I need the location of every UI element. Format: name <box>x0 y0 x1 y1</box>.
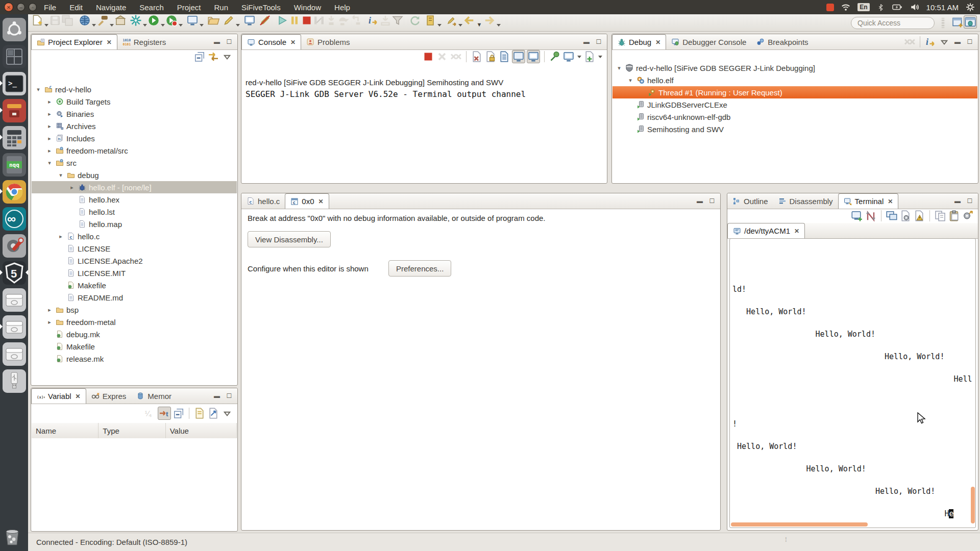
window-close-button[interactable]: ✕ <box>4 3 13 12</box>
launcher-disk[interactable] <box>3 315 26 339</box>
resume-button[interactable] <box>276 14 288 27</box>
sstar-button[interactable] <box>130 14 142 27</box>
menu-edit[interactable]: Edit <box>69 3 83 12</box>
column-header-type[interactable]: Type <box>99 423 165 438</box>
tree-item-license[interactable]: LICENSE <box>32 242 237 255</box>
pencil-button[interactable] <box>223 14 235 27</box>
tree-item-debug[interactable]: ▾debug <box>32 169 237 181</box>
tree-item-makefile[interactable]: Makefile <box>32 279 237 291</box>
debug-perspective-button[interactable] <box>964 15 977 29</box>
tree-item-red-v-hello[interactable]: ▾Cred-v-hello <box>32 83 237 95</box>
tree-item-debug-mk[interactable]: debug.mk <box>32 328 237 340</box>
tree-item-hello-map[interactable]: hello.map <box>32 218 237 230</box>
expand-arrow-icon[interactable]: ▸ <box>57 233 64 240</box>
pageblue-button[interactable] <box>498 51 510 63</box>
close-icon[interactable]: ✕ <box>318 198 324 205</box>
tree-item-hello-elf-none-le[interactable]: ▸hello.elf - [none/le] <box>32 181 237 193</box>
launcher-disk[interactable] <box>3 288 26 312</box>
console-output-text[interactable]: SEGGER J-Link GDB Server V6.52e - Termin… <box>246 89 526 99</box>
clock[interactable]: 10:51 AM <box>926 3 959 12</box>
showcols-button[interactable]: t <box>158 407 171 420</box>
tree-item-hello-c[interactable]: ▸chello.c <box>32 230 237 242</box>
tree-item-archives[interactable]: ▸Archives <box>32 120 237 132</box>
xxgrey-button[interactable] <box>450 51 462 63</box>
quick-access-input[interactable] <box>851 17 935 29</box>
tree-item-release-mk[interactable]: release.mk <box>32 353 237 365</box>
copyic-button[interactable] <box>934 210 946 222</box>
close-icon[interactable]: ✕ <box>888 198 893 205</box>
collapse-arrow-icon[interactable]: ▾ <box>616 65 623 71</box>
launcher-freedom-studio[interactable]: 5 <box>3 261 26 285</box>
launcher-usb-drive[interactable] <box>3 369 26 393</box>
minimize-view-icon[interactable]: ▬ <box>212 37 222 47</box>
expand-arrow-icon[interactable]: ▸ <box>46 123 53 130</box>
maximize-view-icon[interactable]: ☐ <box>965 37 975 47</box>
keyboard-layout-indicator[interactable]: En <box>857 3 869 11</box>
minimize-view-icon[interactable]: ▬ <box>581 37 592 47</box>
consoleic-button[interactable] <box>512 50 525 63</box>
openterm-button[interactable] <box>851 210 863 222</box>
menu-window[interactable]: Window <box>294 3 321 12</box>
maximize-view-icon[interactable]: ☐ <box>707 196 717 206</box>
monitor-button[interactable] <box>562 51 575 63</box>
tree-item-license-apache2[interactable]: LICENSE.Apache2 <box>32 255 237 267</box>
launcher-disk[interactable] <box>3 342 26 366</box>
stepr-button[interactable] <box>350 14 362 27</box>
launcher-trash[interactable] <box>2 527 26 550</box>
pagex-button[interactable] <box>471 51 483 63</box>
new-button[interactable] <box>31 14 43 27</box>
tree-item-readme-md[interactable]: README.md <box>32 291 237 304</box>
rune-button[interactable] <box>165 14 178 27</box>
preferences-button[interactable]: Preferences... <box>388 260 451 277</box>
launcher-build-tools[interactable] <box>3 234 26 258</box>
menu-navigate[interactable]: Navigate <box>96 3 126 12</box>
tab-project-explorer[interactable]: Project Explorer✕ <box>31 34 117 49</box>
dropdown-arrow-icon[interactable] <box>109 19 114 31</box>
close-icon[interactable]: ✕ <box>655 39 660 46</box>
marker-button[interactable] <box>424 14 436 27</box>
viewmenu-button[interactable] <box>221 407 233 419</box>
bluetooth-icon[interactable] <box>877 3 885 12</box>
filters-button[interactable] <box>391 14 404 27</box>
dropdown-arrow-icon[interactable] <box>178 19 183 31</box>
pageplus-button[interactable] <box>583 51 596 63</box>
geararrow-button[interactable] <box>962 210 974 222</box>
tree-item-makefile[interactable]: Makefile <box>32 340 237 353</box>
viewmenu-button[interactable] <box>221 51 233 63</box>
minimize-view-icon[interactable]: ▬ <box>952 196 963 206</box>
dropdown-arrow-icon[interactable] <box>43 19 49 31</box>
tab-terminal[interactable]: Terminal✕ <box>838 193 899 209</box>
pin-button[interactable] <box>549 51 561 63</box>
maximize-view-icon[interactable]: ☐ <box>965 196 975 206</box>
xgrey-button[interactable] <box>436 51 448 63</box>
connN-button[interactable] <box>865 210 877 222</box>
tree-item-semihosting-and-swv[interactable]: Semihosting and SWV <box>612 123 977 135</box>
launcher-workspace-switcher[interactable] <box>3 45 26 68</box>
refresh-button[interactable] <box>409 14 421 27</box>
menu-run[interactable]: Run <box>214 3 228 12</box>
istep-button[interactable]: i <box>367 14 379 27</box>
stepi-button[interactable] <box>325 14 337 27</box>
menu-file[interactable]: File <box>44 3 56 12</box>
dropdown-arrow-icon[interactable] <box>457 19 463 31</box>
dropdown-arrow-icon[interactable] <box>496 19 501 31</box>
pasteic-button[interactable] <box>948 210 960 222</box>
expand-arrow-icon[interactable]: ▸ <box>68 184 76 191</box>
maximize-view-icon[interactable]: ☐ <box>224 391 234 401</box>
menu-sifivetools[interactable]: SiFiveTools <box>241 3 281 12</box>
collapse-arrow-icon[interactable]: ▾ <box>35 86 42 93</box>
expand-arrow-icon[interactable]: ▸ <box>46 111 53 117</box>
pagelock-button[interactable] <box>484 51 497 63</box>
tab-disassembly[interactable]: Disassembly <box>773 193 838 209</box>
terminal-vscrollbar[interactable] <box>971 487 975 523</box>
stepo-button[interactable] <box>337 14 350 27</box>
hammer-button[interactable] <box>96 14 109 27</box>
tab-0x0[interactable]: c0x0✕ <box>285 193 329 209</box>
launcher-notepadqq[interactable]: nqq <box>3 153 26 177</box>
terminal-output-area[interactable]: ld! Hello, World! Hello, World! Hello, W… <box>729 238 976 528</box>
dualmon-button[interactable] <box>886 210 898 222</box>
pencilslash-button[interactable] <box>259 14 271 27</box>
volume-icon[interactable] <box>910 3 919 12</box>
dropdown-arrow-icon[interactable] <box>142 19 148 31</box>
linked-button[interactable] <box>207 51 219 63</box>
